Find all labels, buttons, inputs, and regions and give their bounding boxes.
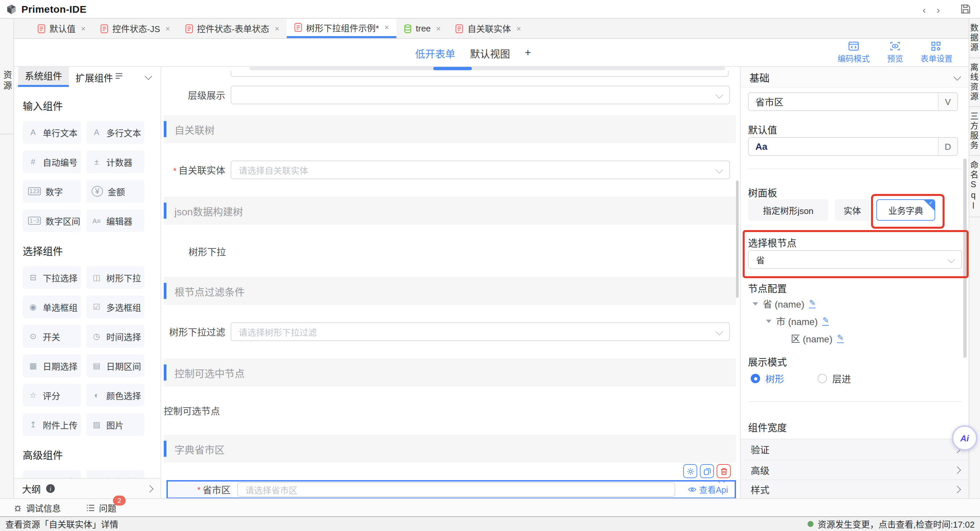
tree-node-city[interactable]: 市 (name) ✎: [766, 314, 829, 328]
view-api-link[interactable]: 查看Api: [685, 483, 728, 496]
calendar-range-icon: ▤: [92, 361, 102, 370]
component-number-range[interactable]: 1~3数字区间: [23, 209, 81, 232]
source-entity-button[interactable]: 实体: [835, 199, 870, 221]
close-icon[interactable]: ×: [81, 24, 86, 33]
tab-control-state-form[interactable]: 控件状态-表单状态 ×: [178, 19, 287, 38]
divider: [748, 401, 962, 402]
tab-default-value[interactable]: 默认值 ×: [30, 19, 93, 38]
component-attachment-upload[interactable]: ↥附件上传: [23, 413, 81, 436]
field-copy-button[interactable]: [700, 464, 714, 478]
close-icon[interactable]: ×: [165, 24, 170, 33]
root-node-select[interactable]: 省: [748, 250, 962, 269]
radio-tree-selected[interactable]: [751, 374, 760, 383]
default-value-input[interactable]: Aa D: [748, 137, 958, 156]
caret-down-icon[interactable]: [766, 319, 772, 323]
component-radio-group[interactable]: ◉单选框组: [23, 296, 81, 318]
radio-progressive[interactable]: [818, 374, 827, 383]
close-icon[interactable]: ×: [384, 23, 389, 32]
inspector-section-advanced[interactable]: 高级: [741, 459, 969, 480]
component-rating[interactable]: ☆评分: [23, 384, 81, 407]
tab-extension-components[interactable]: 扩展组件: [69, 67, 120, 87]
self-related-entity-select[interactable]: 请选择自关联实体: [231, 161, 730, 179]
image-icon: ▨: [92, 420, 102, 429]
edit-pencil-icon[interactable]: ✎: [822, 316, 829, 325]
level-display-select[interactable]: [231, 86, 730, 104]
component-date-picker[interactable]: ▦日期选择: [23, 354, 81, 377]
nav-back-icon[interactable]: ‹: [923, 4, 926, 14]
tab-self-related-entity[interactable]: 自关联实体 ×: [448, 19, 528, 38]
field-settings-button[interactable]: [683, 464, 697, 478]
add-view-button[interactable]: +: [525, 47, 531, 59]
tab-tree[interactable]: tree ×: [396, 19, 448, 38]
inspector-section-validation[interactable]: 验证: [741, 439, 969, 459]
form-settings-icon: [932, 41, 942, 51]
tab-tree-dropdown-example[interactable]: 树形下拉组件示例* ×: [287, 19, 396, 38]
source-json-button[interactable]: 指定树形json: [748, 199, 828, 221]
selected-region-field[interactable]: *省市区 请选择省市区 查看Api: [167, 480, 736, 498]
save-icon[interactable]: [961, 4, 970, 14]
component-multi-line-text[interactable]: A多行文本: [86, 121, 145, 144]
component-switch[interactable]: ⊙开关: [23, 325, 81, 348]
rail-tab-third-party-services[interactable]: 三方服务: [969, 107, 980, 155]
edit-pencil-icon[interactable]: ✎: [837, 334, 844, 343]
tab-default-view[interactable]: 默认视图: [470, 46, 510, 60]
tab-control-state-js[interactable]: 控件状态-JS ×: [93, 19, 178, 38]
tab-system-components[interactable]: 系统组件: [18, 67, 69, 87]
component-image[interactable]: ▨图片: [86, 413, 145, 436]
component-counter[interactable]: ±计数器: [86, 150, 145, 173]
toggle-icon: ⊙: [28, 332, 38, 341]
region-select[interactable]: 请选择省市区: [237, 482, 675, 497]
caret-down-icon[interactable]: [753, 302, 758, 305]
text-icon: A: [28, 128, 38, 137]
component-tree-dropdown[interactable]: ◫树形下拉: [86, 266, 145, 289]
source-business-dict-button[interactable]: 业务字典 ✓: [877, 199, 935, 221]
rail-tab-datasource[interactable]: 数据源: [969, 19, 980, 58]
component-org-select[interactable]: ⊞机构选择: [86, 470, 145, 478]
canvas-horizontal-scrollbar[interactable]: [249, 67, 725, 70]
field-name-input[interactable]: 省市区 V: [748, 92, 958, 111]
component-dropdown-select[interactable]: ⊟下拉选择: [23, 266, 81, 289]
default-suffix-button[interactable]: D: [938, 138, 957, 155]
debug-info-button[interactable]: 调试信息: [13, 501, 61, 514]
tree-node-province[interactable]: 省 (name) ✎: [753, 297, 816, 310]
edit-pencil-icon[interactable]: ✎: [809, 299, 816, 308]
component-date-range[interactable]: ▤日期区间: [86, 354, 145, 377]
component-auto-number[interactable]: #自动编号: [23, 150, 81, 173]
tab-lowcode-form[interactable]: 低开表单: [415, 46, 455, 60]
inspector-section-style[interactable]: 样式: [741, 480, 969, 498]
variable-suffix-button[interactable]: V: [938, 93, 957, 110]
collapse-panel-chevron-icon[interactable]: [145, 72, 153, 80]
component-grid-advanced: ○人员选择 ⊞机构选择: [23, 470, 161, 478]
status-left-text[interactable]: 查看资源「自关联实体」详情: [5, 518, 118, 530]
component-single-line-text[interactable]: A单行文本: [23, 121, 81, 144]
close-icon[interactable]: ×: [436, 24, 441, 33]
close-icon[interactable]: ×: [516, 24, 521, 33]
issues-button[interactable]: 问题 2: [86, 501, 116, 514]
component-amount[interactable]: ¥金额: [86, 180, 145, 203]
component-checkbox-group[interactable]: ☑多选框组: [86, 296, 145, 318]
rail-tab-resources[interactable]: 资源: [0, 19, 13, 134]
component-color-picker[interactable]: ◐颜色选择: [86, 384, 145, 407]
status-right-text[interactable]: 资源发生变更，点击查看,检查时间:17:02: [818, 518, 975, 530]
component-editor[interactable]: A≡编辑器: [86, 209, 145, 232]
canvas-vertical-scrollbar[interactable]: [736, 180, 739, 298]
inspector-vertical-scrollbar[interactable]: [963, 158, 967, 358]
nav-forward-icon[interactable]: ›: [937, 4, 940, 14]
ai-assistant-button[interactable]: Ai: [952, 425, 977, 451]
component-person-select[interactable]: ○人员选择: [23, 470, 81, 478]
rail-tab-named-sql[interactable]: 命名Sql: [969, 155, 980, 217]
outline-toggle[interactable]: 大纲 i: [14, 478, 161, 498]
close-icon[interactable]: ×: [275, 24, 279, 33]
inspector-section-basic[interactable]: 基础: [741, 67, 969, 88]
rail-tab-offline-resources[interactable]: 离线资源: [969, 58, 980, 107]
field-delete-button[interactable]: [717, 464, 731, 478]
tree-node-district[interactable]: 区 (name) ✎: [791, 332, 844, 345]
code-mode-button[interactable]: 编码模式: [838, 41, 870, 64]
preview-button[interactable]: 预览: [887, 41, 903, 64]
component-time-picker[interactable]: ◷时间选择: [86, 325, 145, 348]
list-layout-icon[interactable]: [115, 73, 123, 79]
form-settings-button[interactable]: 表单设置: [921, 41, 953, 64]
component-number[interactable]: 123数字: [23, 180, 81, 203]
component-width-label: 组件宽度: [748, 420, 787, 434]
tree-filter-select[interactable]: 请选择树形下拉过滤: [231, 322, 730, 341]
